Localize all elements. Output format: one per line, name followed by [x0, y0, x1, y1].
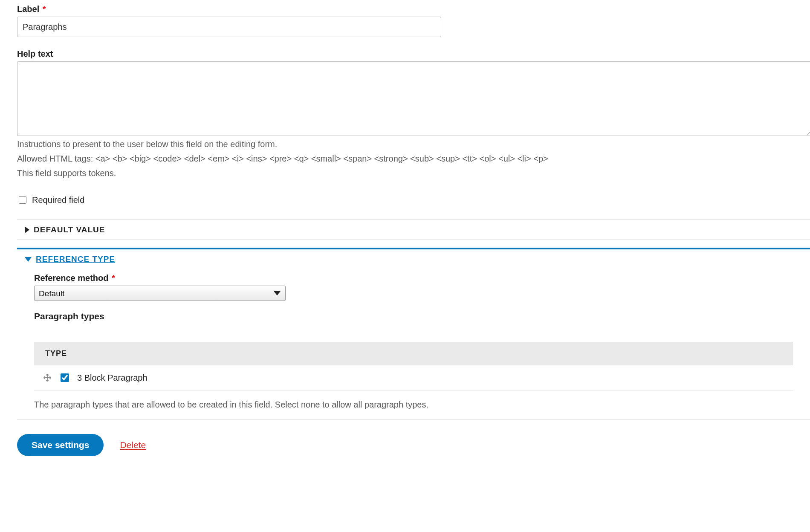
delete-link[interactable]: Delete [120, 440, 146, 450]
reference-type-summary[interactable]: REFERENCE TYPE [17, 249, 810, 269]
help-text-desc-3: This field supports tokens. [17, 167, 810, 179]
paragraph-type-label: 3 Block Paragraph [77, 373, 148, 383]
required-field-label: Required field [32, 195, 84, 205]
reference-type-title: REFERENCE TYPE [36, 254, 115, 264]
label-field-label-text: Label [17, 4, 39, 14]
help-text-group: Help text Instructions to present to the… [17, 49, 810, 179]
help-text-desc-2: Allowed HTML tags: <a> <b> <big> <code> … [17, 152, 810, 165]
reference-type-body: Reference method * Default Paragraph typ… [17, 269, 810, 410]
paragraph-types-description: The paragraph types that are allowed to … [34, 400, 793, 410]
label-field-label: Label * [17, 4, 810, 14]
paragraph-types-table: TYPE 3 Block Paragraph [34, 342, 793, 390]
help-text-desc-1: Instructions to present to the user belo… [17, 138, 810, 150]
table-row: 3 Block Paragraph [34, 365, 793, 390]
reference-type-panel: REFERENCE TYPE Reference method * Defaul… [17, 248, 810, 419]
reference-method-label: Reference method * [34, 273, 793, 283]
default-value-title: DEFAULT VALUE [34, 225, 105, 234]
paragraph-types-heading: Paragraph types [34, 311, 793, 321]
drag-handle-icon[interactable] [43, 373, 52, 382]
reference-method-select[interactable]: Default [34, 286, 286, 301]
default-value-summary[interactable]: DEFAULT VALUE [17, 220, 810, 240]
paragraph-types-header: TYPE [34, 342, 793, 365]
reference-method-label-text: Reference method [34, 273, 109, 283]
paragraph-type-checkbox[interactable] [61, 373, 69, 382]
save-button[interactable]: Save settings [17, 434, 104, 456]
default-value-panel: DEFAULT VALUE [17, 220, 810, 240]
chevron-down-icon [25, 257, 32, 262]
chevron-right-icon [25, 226, 29, 233]
form-actions: Save settings Delete [17, 434, 810, 456]
reference-method-group: Reference method * Default [34, 273, 793, 301]
required-star-icon: * [43, 4, 46, 14]
label-input[interactable] [17, 17, 441, 37]
label-field-group: Label * [17, 4, 810, 37]
required-field-row: Required field [17, 195, 810, 205]
help-text-label: Help text [17, 49, 810, 59]
help-text-textarea[interactable] [17, 61, 810, 136]
reference-method-select-wrap: Default [34, 286, 793, 301]
required-field-checkbox[interactable] [19, 196, 26, 204]
required-star-icon: * [112, 273, 115, 283]
